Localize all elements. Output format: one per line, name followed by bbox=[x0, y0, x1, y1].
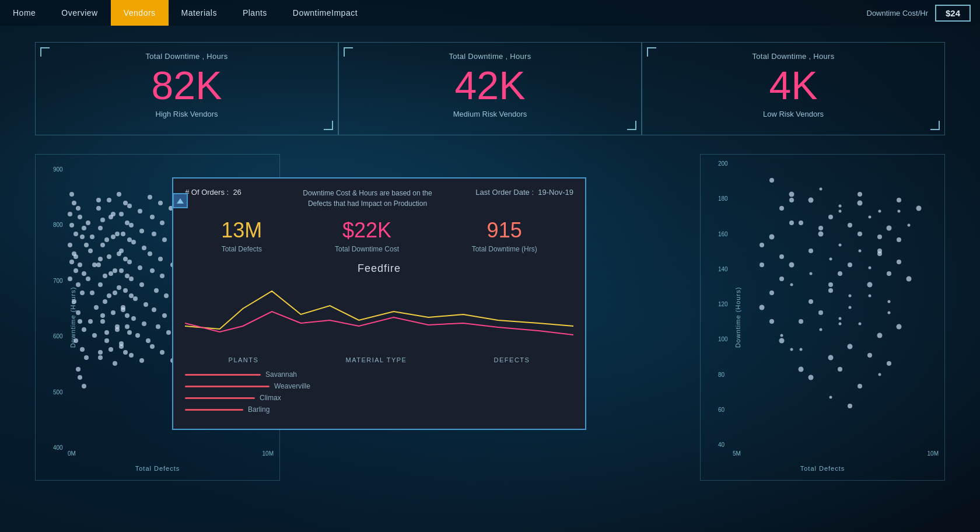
scatter-dot bbox=[82, 271, 86, 276]
popup-date-label: Last Order Date : bbox=[475, 188, 534, 197]
scatter-dot bbox=[839, 244, 842, 247]
scatter-dot bbox=[848, 344, 853, 349]
popup-kpi-defects-value: 13M bbox=[221, 218, 262, 243]
legend-weaverville: Weaverville bbox=[185, 382, 573, 390]
scatter-dot bbox=[98, 350, 103, 355]
scatter-dot bbox=[760, 262, 764, 267]
scatter-dot bbox=[115, 324, 120, 329]
scatter-dot bbox=[790, 348, 793, 351]
scatter-dot bbox=[119, 341, 124, 346]
scatter-dot bbox=[867, 282, 872, 287]
popup-chart-label-plants: Plants bbox=[229, 356, 259, 363]
scatter-dot bbox=[104, 237, 109, 242]
scatter-dot bbox=[154, 288, 159, 293]
scatter-dot bbox=[68, 212, 72, 216]
scatter-dot bbox=[129, 223, 134, 228]
scatter-dot bbox=[800, 348, 803, 351]
scatter-dot bbox=[839, 204, 842, 207]
nav-home[interactable]: Home bbox=[0, 0, 48, 26]
scatter-dot bbox=[888, 312, 891, 314]
scatter-dot bbox=[878, 373, 881, 376]
scatter-dot bbox=[138, 265, 142, 270]
kpi-low-risk-title: Total Downtime , Hours bbox=[654, 52, 933, 61]
kpi-low-risk-subtitle: Low Risk Vendors bbox=[654, 110, 933, 118]
scatter-dot bbox=[139, 358, 144, 363]
popup-kpi-defects-label: Total Defects bbox=[221, 245, 262, 253]
scatter-dot bbox=[113, 290, 117, 295]
scatter-dot bbox=[808, 299, 813, 304]
scatter-right[interactable]: Downtime (Hours) 200 180 160 140 120 100… bbox=[700, 154, 945, 481]
nav-plants[interactable]: Plants bbox=[230, 0, 280, 26]
scatter-dot bbox=[160, 350, 164, 355]
popup-orders: # Of Orders : 26 bbox=[185, 188, 267, 197]
scatter-dot bbox=[810, 272, 813, 275]
legend-climax: Climax bbox=[185, 394, 573, 402]
scatter-dot bbox=[139, 229, 144, 233]
scatter-dot bbox=[887, 361, 891, 366]
scatter-dot bbox=[769, 234, 775, 239]
scatter-dot bbox=[74, 232, 78, 236]
scatter-dot bbox=[849, 306, 852, 309]
scatter-dot bbox=[158, 257, 163, 261]
cursor-indicator[interactable] bbox=[173, 193, 188, 208]
popup-kpi-cost-label: Total Downtime Cost bbox=[335, 245, 399, 253]
scatter-dot bbox=[123, 288, 128, 293]
scatter-dot bbox=[98, 257, 103, 261]
nav-downtime-impact[interactable]: DowntimeImpact bbox=[280, 0, 370, 26]
nav-materials[interactable]: Materials bbox=[169, 0, 230, 26]
popup-date-value: 19-Nov-19 bbox=[538, 188, 573, 197]
legend-weaverville-bar bbox=[185, 386, 270, 387]
scatter-dot bbox=[117, 192, 121, 197]
scatter-dot bbox=[838, 367, 842, 372]
scatter-dot bbox=[72, 201, 76, 205]
scatter-dot bbox=[160, 220, 164, 225]
popup-kpi-downtime: 915 Total Downtime (Hrs) bbox=[472, 218, 537, 253]
popup-kpis: 13M Total Defects $22K Total Downtime Co… bbox=[185, 218, 573, 253]
scatter-dot bbox=[162, 313, 167, 318]
scatter-dot bbox=[123, 257, 128, 261]
scatter-dot bbox=[166, 330, 171, 335]
scatter-dot bbox=[162, 237, 167, 242]
scatter-dot bbox=[858, 384, 862, 388]
popup-kpi-cost: $22K Total Downtime Cost bbox=[335, 218, 399, 253]
scatter-dot bbox=[156, 324, 160, 329]
scatter-dot bbox=[818, 310, 823, 315]
scatter-dot bbox=[76, 367, 80, 372]
scatter-dot bbox=[858, 323, 861, 326]
scatter-dot bbox=[69, 260, 74, 264]
scatter-dot bbox=[819, 328, 822, 331]
popup-chart-label-defects: Defects bbox=[494, 356, 530, 363]
kpi-medium-risk-value: 42K bbox=[351, 65, 629, 105]
nav-vendors[interactable]: Vendors bbox=[111, 0, 169, 26]
scatter-dot bbox=[96, 206, 101, 211]
scatter-dot bbox=[858, 249, 861, 252]
scatter-dot bbox=[127, 237, 132, 242]
scatter-dot bbox=[127, 204, 132, 208]
scatter-dot bbox=[82, 226, 86, 230]
kpi-high-risk-title: Total Downtime , Hours bbox=[47, 52, 326, 61]
main-content: Total Downtime , Hours 82K High Risk Ven… bbox=[0, 26, 980, 532]
popup-chart-title: Feedfire bbox=[185, 262, 573, 275]
scatter-dot bbox=[84, 355, 89, 360]
popup-kpi-downtime-value: 915 bbox=[472, 218, 537, 243]
scatter-dot bbox=[760, 304, 765, 310]
scatter-dot bbox=[799, 319, 803, 324]
scatter-dot bbox=[839, 210, 842, 213]
scatter-dot bbox=[86, 220, 90, 225]
popup-kpi-defects: 13M Total Defects bbox=[221, 218, 262, 253]
scatter-dot bbox=[117, 285, 121, 290]
scatter-dot bbox=[808, 375, 814, 380]
legend-barling-bar bbox=[185, 409, 243, 411]
scatter-dot bbox=[100, 319, 105, 324]
scatter-dot bbox=[100, 313, 105, 318]
scatter-dot bbox=[828, 215, 833, 219]
nav-overview[interactable]: Overview bbox=[48, 0, 110, 26]
scatter-dot bbox=[76, 310, 80, 315]
legend-savannah-label: Savannah bbox=[265, 370, 297, 379]
scatter-dot bbox=[828, 282, 833, 287]
scatter-dot bbox=[98, 226, 103, 230]
scatter-dot bbox=[82, 384, 86, 388]
scatter-dot bbox=[828, 288, 833, 293]
scatter-dot bbox=[96, 262, 101, 267]
scatter-dot bbox=[799, 366, 804, 372]
